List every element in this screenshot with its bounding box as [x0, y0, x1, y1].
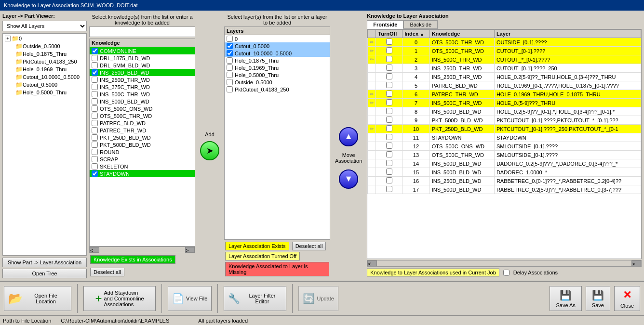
- layer-item-hole05thru[interactable]: Hole_0.5000_Thru: [225, 71, 330, 78]
- knowledge-item-drl5mm[interactable]: DRL_5MM_BLD_WD: [90, 62, 195, 69]
- knowledge-item-ins250thr[interactable]: INS_250D_THR_WD: [90, 76, 195, 83]
- turnoff-cell[interactable]: [376, 55, 402, 64]
- scroll-left-table[interactable]: <: [367, 260, 377, 266]
- knowledge-input[interactable]: [89, 26, 195, 37]
- knowledge-item-round[interactable]: ROUND: [90, 148, 195, 156]
- knowledge-checkbox[interactable]: [92, 77, 98, 83]
- knowledge-item-ins250d[interactable]: INS_250D_BLD_WD: [90, 69, 195, 76]
- scroll-right-table[interactable]: >: [631, 260, 641, 266]
- knowledge-checkbox[interactable]: [92, 98, 98, 104]
- knowledge-checkbox[interactable]: [92, 105, 98, 112]
- turnoff-checkbox[interactable]: [386, 186, 392, 192]
- knowledge-item-commonline[interactable]: COMMONLINE: [90, 47, 195, 54]
- update-btn[interactable]: 🔄 Update: [298, 286, 338, 311]
- turnoff-checkbox[interactable]: [386, 117, 392, 123]
- table-row[interactable]: ✏ 1 OTS_500C_THR_WD CUTOUT_[0-1].????: [368, 47, 641, 55]
- table-row[interactable]: 13 OTS_500C_THR_WD SMLOUTSIDE_[0-1].????: [368, 151, 641, 159]
- knowledge-item-pkt250[interactable]: PKT_250D_BLD_WD: [90, 134, 195, 141]
- knowledge-checkbox[interactable]: [92, 55, 98, 61]
- knowledge-checkbox[interactable]: [92, 91, 98, 97]
- layer-checkbox[interactable]: [227, 50, 233, 56]
- table-row[interactable]: ✏ 10 PKT_250D_BLD_WD PKTCUTOUT_[0-1].???…: [368, 125, 641, 133]
- turnoff-checkbox[interactable]: [386, 65, 392, 71]
- scroll-right[interactable]: >: [185, 247, 195, 253]
- scroll-left[interactable]: <: [90, 247, 99, 253]
- table-row[interactable]: 12 OTS_500C_ONS_WD SMLOUTSIDE_[0-1].????: [368, 142, 641, 151]
- turnoff-checkbox[interactable]: [386, 125, 392, 131]
- layer-item-cutout05[interactable]: Cutout_0.5000: [225, 42, 330, 50]
- turnoff-cell[interactable]: [376, 99, 402, 107]
- knowledge-checkbox[interactable]: [92, 156, 98, 162]
- tree-item-outside[interactable]: 📁 Outside_0.5000: [4, 42, 85, 50]
- knowledge-checkbox[interactable]: [92, 113, 98, 119]
- turnoff-checkbox[interactable]: [386, 108, 392, 114]
- knowledge-checkbox[interactable]: [92, 142, 98, 148]
- turnoff-cell[interactable]: [376, 168, 402, 177]
- tree-item-cutout10[interactable]: 📁 Cutout_10.0000_0.5000: [4, 73, 85, 81]
- turnoff-checkbox[interactable]: [386, 39, 392, 45]
- knowledge-checkbox[interactable]: [92, 62, 98, 68]
- table-row[interactable]: 15 INS_500D_BLD_WD DADOREC_1.0000_*: [368, 168, 641, 177]
- turnoff-cell[interactable]: [376, 185, 402, 194]
- knowledge-item-ins500c[interactable]: INS_500C_THR_WD: [90, 91, 195, 98]
- turnoff-checkbox[interactable]: [386, 177, 392, 183]
- move-down-btn[interactable]: ▼: [339, 169, 358, 189]
- turnoff-checkbox[interactable]: [386, 73, 392, 79]
- turnoff-cell[interactable]: [376, 177, 402, 185]
- turnoff-cell[interactable]: [376, 142, 402, 151]
- turnoff-cell[interactable]: [376, 73, 402, 81]
- move-up-btn[interactable]: ▲: [339, 127, 358, 146]
- table-row[interactable]: ✏ 7 INS_500C_THR_WD HOLE_0.[5-9]???_THRU: [368, 99, 641, 107]
- tree-item-hole1969[interactable]: 📁 Hole_0.1969_Thru: [4, 65, 85, 73]
- layer-item-0[interactable]: 0: [225, 35, 330, 42]
- expand-icon[interactable]: +: [5, 36, 11, 41]
- tree-item-pktcutout[interactable]: 📁 PktCutout_0.4183_250: [4, 58, 85, 65]
- knowledge-item-pkt500[interactable]: PKT_500D_BLD_WD: [90, 141, 195, 148]
- turnoff-checkbox[interactable]: [386, 143, 392, 149]
- layer-item-hole1969[interactable]: Hole_0.1969_Thru: [225, 64, 330, 71]
- layer-checkbox[interactable]: [227, 65, 233, 71]
- add-btn[interactable]: ➤: [200, 141, 219, 160]
- tree-item-cutout5[interactable]: 📁 Cutout_0.5000: [4, 81, 85, 89]
- layer-checkbox[interactable]: [227, 43, 233, 49]
- knowledge-item-skeleton[interactable]: SKELETON: [90, 163, 195, 170]
- table-row[interactable]: 16 INS_250D_BLD_WD RABBETREC_0.[0-1]???_…: [368, 177, 641, 185]
- knowledge-checkbox[interactable]: [92, 149, 98, 155]
- turnoff-checkbox[interactable]: [386, 151, 392, 157]
- tab-backside[interactable]: Backside: [403, 20, 438, 29]
- table-row[interactable]: ✏ 0 OTS_500C_THR_WD OUTSIDE_[0-1].????: [368, 38, 641, 47]
- knowledge-scrollbar[interactable]: < >: [89, 247, 195, 253]
- turnoff-cell[interactable]: [376, 125, 402, 133]
- tree-item-hole05[interactable]: 📁 Hole_0.5000_Thru: [4, 89, 85, 96]
- turnoff-checkbox[interactable]: [386, 82, 392, 88]
- knowledge-item-patrec-thr[interactable]: PATREC_THR_WD: [90, 127, 195, 134]
- layer-viewer-dropdown[interactable]: Show All Layers Show Selected Layers: [2, 21, 87, 31]
- turnoff-checkbox[interactable]: [386, 56, 392, 62]
- turnoff-checkbox[interactable]: [386, 134, 392, 140]
- turnoff-cell[interactable]: [376, 47, 402, 55]
- col-layer[interactable]: Layer: [494, 30, 641, 38]
- layer-item-hole1875[interactable]: Hole_0.1875_Thru: [225, 57, 330, 64]
- add-staydown-btn[interactable]: + Add Staydownand CommonlineAssociations: [83, 286, 156, 311]
- layer-item-cutout10[interactable]: Cutout_10.0000_0.5000: [225, 50, 330, 57]
- col-knowledge[interactable]: Knowledge: [429, 30, 494, 38]
- delay-assoc-checkbox[interactable]: [503, 270, 510, 276]
- open-file-btn[interactable]: 📂 Open File Location: [4, 286, 71, 311]
- col-turnoff[interactable]: TurnOff: [376, 30, 402, 38]
- show-part-layer-btn[interactable]: Show Part -> Layer Association: [2, 258, 87, 267]
- association-table-wrapper[interactable]: TurnOff Index ▲ Knowledge Layer ✏ 0 OTS_…: [367, 29, 642, 259]
- knowledge-checkbox[interactable]: [92, 170, 98, 177]
- layer-checkbox[interactable]: [227, 36, 233, 42]
- turnoff-checkbox[interactable]: [386, 47, 392, 53]
- layer-checkbox[interactable]: [227, 86, 233, 92]
- turnoff-cell[interactable]: [376, 38, 402, 47]
- table-scrollbar[interactable]: < >: [367, 260, 642, 267]
- knowledge-item-scrap[interactable]: SCRAP: [90, 156, 195, 163]
- close-btn[interactable]: ✕ Close: [614, 286, 640, 311]
- layer-item-outside[interactable]: Outside_0.5000: [225, 78, 330, 86]
- knowledge-item-ins375[interactable]: INS_375C_THR_WD: [90, 83, 195, 91]
- turnoff-cell[interactable]: [376, 107, 402, 116]
- knowledge-checkbox[interactable]: [92, 48, 98, 54]
- table-row[interactable]: 8 INS_500D_BLD_WD HOLE_0.2[5-9]??_[0-1].…: [368, 107, 641, 116]
- knowledge-checkbox[interactable]: [92, 69, 98, 76]
